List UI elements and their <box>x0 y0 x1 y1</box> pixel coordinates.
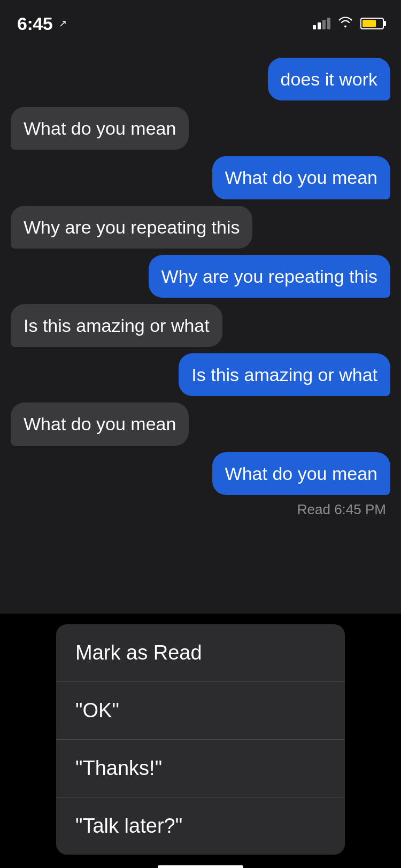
location-icon: ↗ <box>59 18 67 29</box>
message-row-5: Why are you repeating this <box>11 255 390 298</box>
status-bar: 6:45 ↗ <box>0 0 401 47</box>
context-menu-talk-later[interactable]: "Talk later?" <box>56 797 345 855</box>
read-receipt: Read 6:45 PM <box>11 501 386 518</box>
message-bubble-sent: What do you mean <box>212 452 390 495</box>
message-bubble-sent: does it work <box>268 58 390 100</box>
home-indicator <box>0 855 401 868</box>
context-menu: Mark as Read "OK" "Thanks!" "Talk later?… <box>56 624 345 855</box>
message-bubble-sent: What do you mean <box>212 156 390 199</box>
home-bar <box>158 865 243 868</box>
message-row-2: What do you mean <box>11 107 390 150</box>
message-bubble-received: Is this amazing or what <box>11 304 222 347</box>
context-menu-ok[interactable]: "OK" <box>56 682 345 740</box>
message-row-6: Is this amazing or what <box>11 304 390 347</box>
bottom-section: Mark as Read "OK" "Thanks!" "Talk later?… <box>0 624 401 868</box>
battery-icon <box>360 18 384 29</box>
signal-icon <box>313 18 330 29</box>
status-icons <box>313 16 384 31</box>
context-menu-thanks[interactable]: "Thanks!" <box>56 740 345 797</box>
messages-container: does it work What do you mean What do yo… <box>0 47 401 614</box>
message-row-4: Why are you repeating this <box>11 206 390 249</box>
message-row-9: What do you mean <box>11 452 390 495</box>
status-time: 6:45 <box>17 13 52 34</box>
message-bubble-sent: Why are you repeating this <box>149 255 390 298</box>
message-bubble-received: What do you mean <box>11 402 189 445</box>
message-bubble-sent: Is this amazing or what <box>179 353 390 396</box>
wifi-icon <box>338 16 353 31</box>
message-row-1: does it work <box>11 58 390 100</box>
message-row-8: What do you mean <box>11 402 390 445</box>
message-row-7: Is this amazing or what <box>11 353 390 396</box>
message-bubble-received: What do you mean <box>11 107 189 150</box>
message-row-3: What do you mean <box>11 156 390 199</box>
message-bubble-received: Why are you repeating this <box>11 206 252 249</box>
context-menu-mark-read[interactable]: Mark as Read <box>56 624 345 682</box>
